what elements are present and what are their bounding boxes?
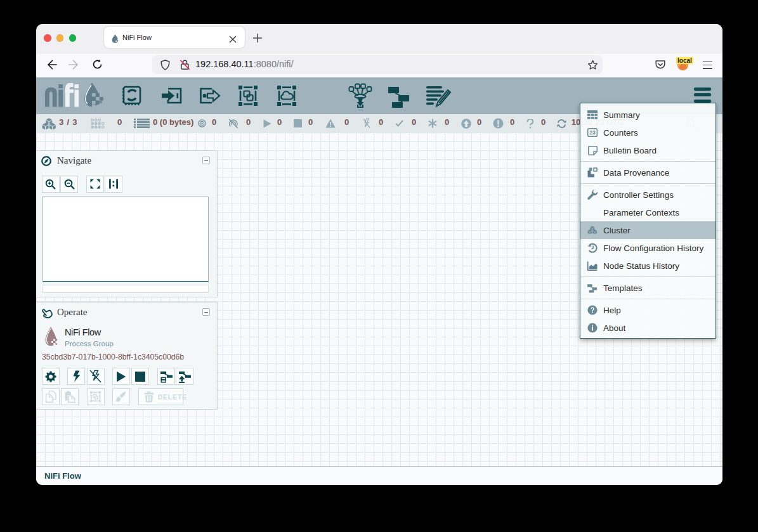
svg-text:23: 23 [589,129,596,136]
